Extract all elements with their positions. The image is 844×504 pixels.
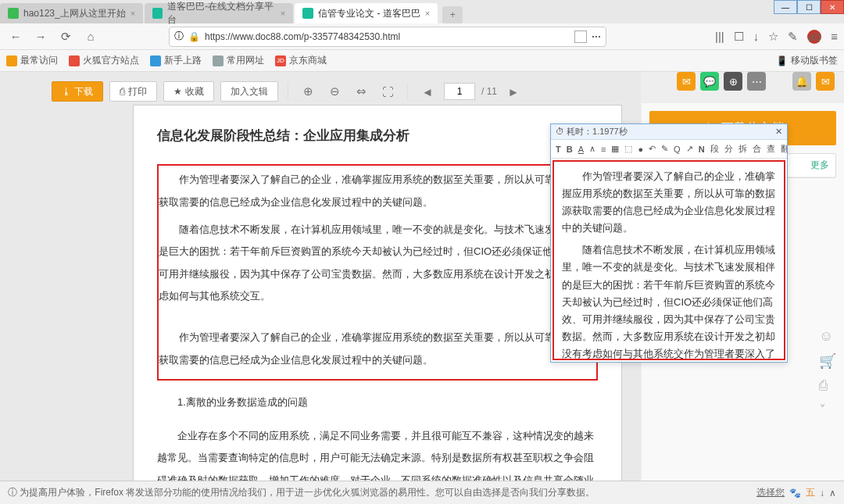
bm-common[interactable]: 常用网址 — [213, 54, 264, 67]
bookmark-bar: 最常访问 火狐官方站点 新手上路 常用网址 JD京东商城 📱移动版书签 — [0, 50, 844, 72]
button-label: 收藏 — [185, 85, 204, 98]
share-wechat-icon[interactable]: 💬 — [700, 72, 719, 91]
print-icon[interactable]: ⎙ — [819, 377, 836, 394]
url-text[interactable]: https://www.doc88.com/p-3357748342530.ht… — [205, 31, 570, 42]
next-page-icon[interactable]: ► — [503, 81, 524, 102]
tool-up[interactable]: ∧ — [588, 144, 597, 154]
document-page: 信息化发展阶段性总结：企业应用集成分析 作为管理者要深入了解自己的企业，准确掌握… — [133, 105, 622, 481]
panel-text-body[interactable]: 作为管理者要深入了解自己的企业，准确掌握应用系统的数据至关重要，所以从可靠的数据… — [553, 160, 785, 360]
forward-button[interactable]: → — [31, 27, 50, 46]
timer-text: 耗时：1.1977秒 — [567, 127, 628, 136]
bookmark-icon[interactable]: ☆ — [768, 30, 778, 44]
tool-search[interactable]: Q — [672, 145, 682, 154]
window-close[interactable]: ✕ — [821, 0, 844, 14]
folder-icon — [213, 55, 224, 66]
tool-share[interactable]: ↗ — [685, 144, 695, 154]
document-toolbar: ⭳下载 ⎙打印 ★收藏 加入文辑 ⊕ ⊖ ⇔ ⛶ ◄ / 11 ► — [52, 78, 589, 105]
tool-undo[interactable]: ↶ — [647, 144, 657, 154]
star-icon: ★ — [173, 86, 182, 97]
bm-getting-started[interactable]: 新手上路 — [150, 54, 202, 67]
print-icon: ⎙ — [120, 86, 125, 97]
zoom-in-icon[interactable]: ⊕ — [298, 81, 318, 102]
close-icon[interactable]: × — [281, 9, 285, 18]
menu-icon[interactable]: ≡ — [831, 30, 838, 43]
ime-up-icon[interactable]: ∧ — [829, 488, 836, 499]
share-more-icon[interactable]: ⋯ — [747, 72, 766, 91]
home-button[interactable]: ⌂ — [81, 27, 100, 46]
more-link[interactable]: 更多 — [810, 159, 829, 172]
choose-link[interactable]: 选择您 — [756, 486, 785, 499]
close-icon[interactable]: × — [131, 9, 135, 18]
bookmark-star-icon[interactable]: ⋯ — [592, 31, 601, 42]
close-icon[interactable]: × — [425, 9, 430, 18]
tool-grid[interactable]: ▦ — [610, 144, 620, 154]
site-info-icon[interactable]: ⓘ — [174, 30, 184, 43]
share-mail-icon[interactable]: ✉ — [677, 72, 696, 91]
tool-find[interactable]: 查 — [765, 143, 777, 155]
cart-icon[interactable]: 🛒 — [819, 352, 836, 370]
window-minimize[interactable]: — — [774, 0, 797, 14]
tool-pen[interactable]: ✎ — [660, 144, 670, 154]
lock-icon: 🔒 — [188, 31, 200, 42]
tool-para[interactable]: 段 — [709, 143, 721, 155]
new-tab-button[interactable]: + — [442, 6, 463, 23]
bm-label: 火狐官方站点 — [83, 54, 139, 67]
bm-label: 京东商城 — [289, 54, 327, 67]
download-icon: ⭳ — [62, 86, 71, 97]
tool-a[interactable]: A — [577, 145, 585, 154]
tab-doc88-home[interactable]: 道客巴巴-在线文档分享平台 × — [145, 3, 293, 23]
tool-translate[interactable]: 翻 — [779, 143, 787, 155]
button-label: 下载 — [74, 85, 93, 98]
back-button[interactable]: ← — [6, 27, 25, 46]
adblock-icon[interactable]: ab — [807, 30, 821, 44]
page-input[interactable] — [444, 83, 475, 100]
tab-hao123[interactable]: hao123_上网从这里开始 × — [0, 3, 143, 23]
social-share-bar: ✉ 💬 ⊕ ⋯ 🔔 ✉ — [677, 72, 835, 91]
download-button[interactable]: ⭳下载 — [52, 81, 103, 102]
tool-break[interactable]: 拆 — [737, 143, 749, 155]
tool-align[interactable]: ≡ — [599, 145, 607, 154]
ime-mode[interactable]: 五 — [806, 486, 815, 499]
bm-firefox[interactable]: 火狐官方站点 — [69, 54, 139, 67]
tool-box[interactable]: ⬚ — [623, 144, 634, 154]
bm-most-visited[interactable]: 最常访问 — [6, 54, 58, 67]
library-icon[interactable]: ||| — [715, 30, 724, 43]
reload-button[interactable]: ⟳ — [56, 27, 75, 46]
prev-page-icon[interactable]: ◄ — [417, 81, 438, 102]
bm-label: 常用网址 — [227, 54, 264, 67]
tab-document[interactable]: 信管专业论文 - 道客巴巴 × — [295, 3, 438, 23]
bm-jd[interactable]: JD京东商城 — [275, 54, 327, 67]
notify-icon[interactable]: 🔔 — [792, 72, 811, 91]
reader-mode-icon[interactable] — [574, 30, 587, 43]
tool-dot[interactable]: ● — [636, 145, 645, 154]
message-icon[interactable]: ✉ — [816, 72, 835, 91]
text-extract-panel[interactable]: ⏱ 耗时：1.1977秒 ✕ T B A ∧ ≡ ▦ ⬚ ● ↶ ✎ Q ↗ N… — [550, 123, 788, 363]
tool-n[interactable]: N — [697, 145, 706, 154]
tool-split[interactable]: 分 — [723, 143, 735, 155]
sidebar-icon[interactable]: ☐ — [734, 30, 744, 44]
ime-down-icon[interactable]: ↓ — [820, 488, 824, 499]
downloads-icon[interactable]: ↓ — [753, 30, 760, 43]
extensions-icon[interactable]: ✎ — [788, 30, 798, 44]
collapse-icon[interactable]: ˅ — [819, 402, 836, 419]
share-weibo-icon[interactable]: ⊕ — [724, 72, 742, 91]
ime-icon[interactable]: 🐾 — [789, 488, 801, 499]
section-heading: 1.离散的业务数据造成的问题 — [157, 391, 598, 414]
fullscreen-icon[interactable]: ⛶ — [377, 81, 398, 102]
status-bar: ⓘ 为提高用户体验，Firefox 将发送部分功能的使用情况给我们，用于进一步优… — [0, 481, 844, 504]
tool-b[interactable]: B — [565, 145, 574, 154]
close-icon[interactable]: ✕ — [775, 127, 782, 137]
feedback-icon[interactable]: ☺ — [819, 328, 836, 345]
zoom-out-icon[interactable]: ⊖ — [324, 81, 345, 102]
favorite-button[interactable]: ★收藏 — [163, 81, 214, 102]
print-button[interactable]: ⎙打印 — [109, 81, 157, 102]
fit-width-icon[interactable]: ⇔ — [351, 81, 371, 102]
tool-t[interactable]: T — [554, 145, 563, 154]
window-maximize[interactable]: ☐ — [797, 0, 821, 14]
paragraph: 企业存在多个不同的应用系统，满足不同业务需要，并且很可能互不兼容，这种情况变的越… — [157, 425, 598, 481]
url-bar[interactable]: ⓘ 🔒 https://www.doc88.com/p-335774834253… — [169, 27, 606, 47]
bm-mobile[interactable]: 📱移动版书签 — [776, 54, 838, 67]
document-title: 信息化发展阶段性总结：企业应用集成分析 — [157, 121, 598, 150]
tool-merge[interactable]: 合 — [751, 143, 763, 155]
add-to-group-button[interactable]: 加入文辑 — [220, 81, 278, 102]
